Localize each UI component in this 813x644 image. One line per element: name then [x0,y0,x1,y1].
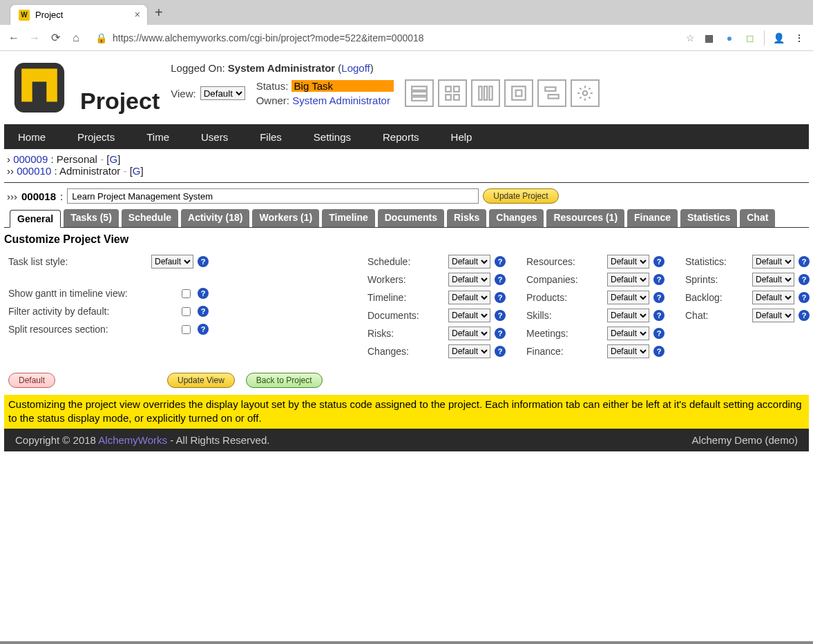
crumb-link-1[interactable]: 000009 [13,153,48,165]
workers-select[interactable]: Default [448,273,490,286]
help-icon[interactable]: ? [653,346,664,357]
tab-changes[interactable]: Changes [489,209,544,227]
extension-icon-3[interactable]: ◻ [743,31,757,45]
address-bar[interactable]: 🔒 https://www.alchemyworks.com/cgi-bin/p… [90,32,695,43]
risks-select[interactable]: Default [448,326,490,340]
help-icon[interactable]: ? [653,328,664,339]
close-tab-icon[interactable]: × [135,9,140,20]
view-grid-icon[interactable] [438,79,467,107]
tab-workers[interactable]: Workers (1) [252,209,319,227]
finance-select[interactable]: Default [607,344,649,358]
update-project-button[interactable]: Update Project [483,188,558,204]
schedule-select[interactable]: Default [448,255,490,269]
nav-projects[interactable]: Projects [77,131,115,143]
new-tab-button[interactable]: + [155,5,163,25]
help-icon[interactable]: ? [798,274,810,285]
browser-tab-strip: W Project × + [0,0,813,25]
show-gantt-checkbox[interactable] [182,289,191,298]
documents-select[interactable]: Default [448,309,490,322]
backlog-select[interactable]: Default [752,291,794,304]
nav-home[interactable]: Home [18,131,46,143]
star-icon[interactable]: ☆ [686,32,695,43]
tab-schedule[interactable]: Schedule [122,209,178,227]
reload-icon[interactable]: ⟳ [48,31,62,45]
tab-chat[interactable]: Chat [740,209,775,227]
help-icon[interactable]: ? [495,310,506,321]
help-icon[interactable]: ? [198,288,209,299]
help-icon[interactable]: ? [653,310,664,321]
svg-rect-10 [446,95,451,100]
tab-general[interactable]: General [10,210,61,228]
tab-statistics[interactable]: Statistics [680,209,737,227]
browser-tab[interactable]: W Project × [10,4,148,25]
view-timeline-icon[interactable] [537,79,566,107]
help-icon[interactable]: ? [198,306,209,317]
resources-select[interactable]: Default [607,255,649,269]
help-icon[interactable]: ? [798,256,810,267]
help-icon[interactable]: ? [653,274,664,285]
companies-select[interactable]: Default [607,273,649,286]
help-icon[interactable]: ? [198,256,209,267]
nav-help[interactable]: Help [451,131,472,143]
default-button[interactable]: Default [8,373,55,388]
help-icon[interactable]: ? [798,310,810,321]
help-icon[interactable]: ? [495,256,506,267]
tab-timeline[interactable]: Timeline [322,209,375,227]
extension-icon-2[interactable]: ● [723,31,736,45]
logoff-link[interactable]: Logoff [341,62,370,74]
app-title: Project [80,88,160,117]
tab-activity[interactable]: Activity (18) [181,209,249,227]
menu-icon[interactable]: ⋮ [792,31,806,45]
tab-tasks[interactable]: Tasks (5) [64,209,119,227]
help-icon[interactable]: ? [198,324,209,335]
home-icon[interactable]: ⌂ [69,31,83,45]
skills-select[interactable]: Default [607,309,649,322]
filter-activity-checkbox[interactable] [182,307,191,316]
footer-link[interactable]: AlchemyWorks [98,434,167,446]
svg-rect-18 [548,95,558,98]
settings-gear-icon[interactable] [571,79,600,107]
crumb-g-2[interactable]: G [133,165,141,177]
view-columns-icon[interactable] [471,79,500,107]
update-view-button[interactable]: Update View [167,373,235,388]
help-icon[interactable]: ? [495,274,506,285]
timeline-select[interactable]: Default [448,291,490,304]
extension-icon-1[interactable]: ▦ [702,31,716,45]
tab-resources[interactable]: Resources (1) [546,209,624,227]
owner-link[interactable]: System Administrator [292,95,390,106]
statistics-select[interactable]: Default [752,255,794,269]
help-icon[interactable]: ? [495,328,506,339]
tab-risks[interactable]: Risks [447,209,486,227]
help-icon[interactable]: ? [653,292,664,303]
products-select[interactable]: Default [607,291,649,304]
project-name-input[interactable] [67,188,479,204]
profile-icon[interactable]: 👤 [772,31,785,45]
help-icon[interactable]: ? [653,256,664,267]
help-icon[interactable]: ? [495,292,506,303]
changes-select[interactable]: Default [448,344,490,358]
task-list-style-select[interactable]: Default [151,255,193,269]
svg-rect-13 [484,86,486,100]
tab-documents[interactable]: Documents [378,209,444,227]
meetings-select[interactable]: Default [607,326,649,340]
sprints-select[interactable]: Default [752,273,794,286]
crumb-link-2[interactable]: 000010 [17,165,51,177]
chat-select[interactable]: Default [752,309,794,322]
forward-icon[interactable]: → [28,31,41,45]
nav-users[interactable]: Users [201,131,228,143]
view-frame-icon[interactable] [504,79,533,107]
svg-rect-7 [412,97,427,100]
view-select[interactable]: Default [200,86,245,100]
nav-reports[interactable]: Reports [383,131,419,143]
help-icon[interactable]: ? [798,292,810,303]
nav-settings[interactable]: Settings [314,131,351,143]
nav-time[interactable]: Time [146,131,169,143]
split-resources-checkbox[interactable] [182,325,191,334]
crumb-g-1[interactable]: G [109,153,117,165]
back-icon[interactable]: ← [7,31,21,45]
back-to-project-button[interactable]: Back to Project [246,373,323,388]
nav-files[interactable]: Files [260,131,282,143]
tab-finance[interactable]: Finance [627,209,678,227]
help-icon[interactable]: ? [495,346,506,357]
view-list-icon[interactable] [405,79,434,107]
